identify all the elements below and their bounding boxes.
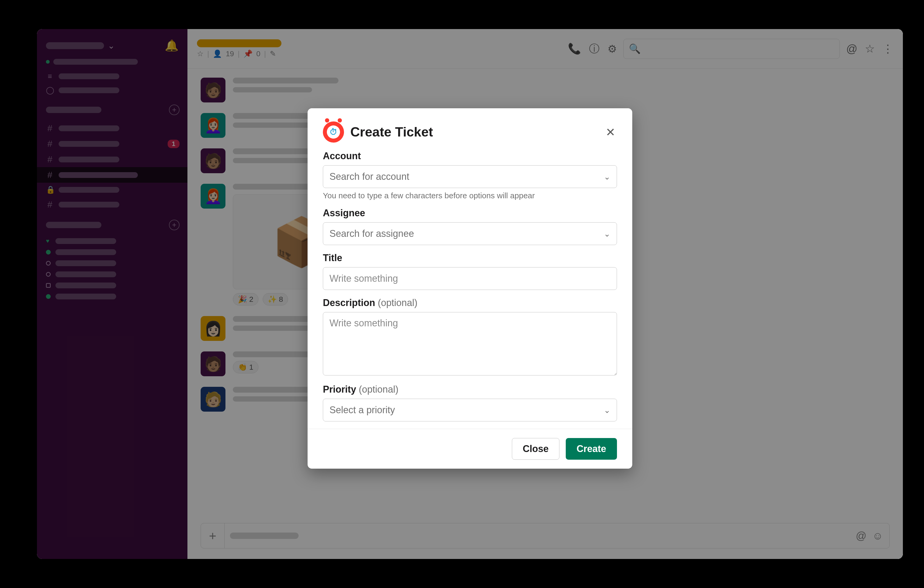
create-ticket-modal: ⏱ Create Ticket ✕ Account Search for acc… <box>308 108 632 469</box>
priority-label: Priority (optional) <box>323 384 617 395</box>
priority-select[interactable]: Select a priority ⌄ <box>323 399 617 421</box>
app-logo-icon: ⏱ <box>323 121 344 142</box>
slack-window: ⌄ 🔔 ≡ ◯ + <box>37 29 903 559</box>
close-icon[interactable]: ✕ <box>604 126 617 139</box>
chevron-down-icon: ⌄ <box>604 172 610 182</box>
chevron-down-icon: ⌄ <box>604 406 610 415</box>
account-hint: You need to type a few characters before… <box>323 191 617 200</box>
close-button[interactable]: Close <box>512 438 559 460</box>
assignee-select[interactable]: Search for assignee ⌄ <box>323 222 617 245</box>
account-placeholder: Search for account <box>330 171 409 182</box>
create-button[interactable]: Create <box>566 438 617 460</box>
account-select[interactable]: Search for account ⌄ <box>323 165 617 188</box>
assignee-placeholder: Search for assignee <box>330 228 414 239</box>
title-label: Title <box>323 253 617 264</box>
description-label: Description (optional) <box>323 297 617 308</box>
priority-placeholder: Select a priority <box>330 405 395 416</box>
modal-title: Create Ticket <box>350 124 433 140</box>
account-label: Account <box>323 150 617 162</box>
title-input[interactable] <box>323 267 617 290</box>
description-textarea[interactable] <box>323 312 617 375</box>
chevron-down-icon: ⌄ <box>604 229 610 238</box>
assignee-label: Assignee <box>323 208 617 219</box>
